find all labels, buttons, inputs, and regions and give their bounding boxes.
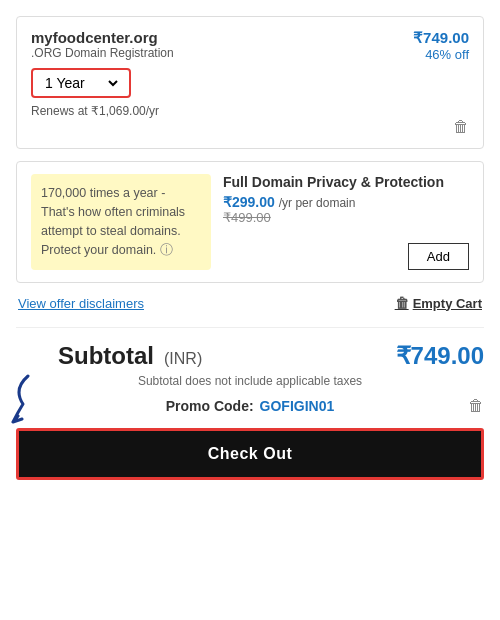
privacy-promo-text: 170,000 times a year - That's how often … bbox=[31, 174, 211, 270]
cart-footer-row: View offer disclaimers 🗑 Empty Cart bbox=[16, 295, 484, 311]
checkout-button[interactable]: Check Out bbox=[16, 428, 484, 480]
year-select-wrapper[interactable]: 1 Year 2 Years 3 Years 5 Years bbox=[31, 68, 131, 98]
domain-price: ₹749.00 bbox=[413, 29, 469, 47]
promo-delete-icon[interactable]: 🗑 bbox=[468, 397, 484, 415]
subtotal-label: Subtotal bbox=[58, 342, 154, 370]
privacy-title: Full Domain Privacy & Protection bbox=[223, 174, 469, 190]
domain-discount: 46% off bbox=[413, 47, 469, 62]
subtotal-currency: (INR) bbox=[164, 350, 202, 368]
add-privacy-button[interactable]: Add bbox=[408, 243, 469, 270]
privacy-info: Full Domain Privacy & Protection ₹299.00… bbox=[223, 174, 469, 270]
domain-delete-icon[interactable]: 🗑 bbox=[453, 118, 469, 136]
subtotal-note: Subtotal does not include applicable tax… bbox=[16, 374, 484, 388]
privacy-price-desc: /yr per domain bbox=[279, 196, 356, 210]
offer-disclaimers-link[interactable]: View offer disclaimers bbox=[18, 296, 144, 311]
domain-card: myfoodcenter.org .ORG Domain Registratio… bbox=[16, 16, 484, 149]
subtotal-row: Subtotal (INR) ₹749.00 bbox=[16, 342, 484, 370]
renews-text: Renews at ₹1,069.00/yr bbox=[31, 104, 469, 118]
empty-cart-icon: 🗑 bbox=[395, 295, 409, 311]
promo-row: Promo Code: GOFIGIN01 🗑 bbox=[16, 398, 484, 414]
privacy-price-old: ₹499.00 bbox=[223, 210, 469, 225]
subtotal-amount: ₹749.00 bbox=[396, 342, 484, 370]
promo-label: Promo Code: bbox=[166, 398, 254, 414]
domain-type: .ORG Domain Registration bbox=[31, 46, 174, 60]
year-select[interactable]: 1 Year 2 Years 3 Years 5 Years bbox=[41, 74, 121, 92]
privacy-card: 170,000 times a year - That's how often … bbox=[16, 161, 484, 283]
privacy-price-new: ₹299.00 bbox=[223, 194, 275, 210]
empty-cart-button[interactable]: 🗑 Empty Cart bbox=[395, 295, 482, 311]
promo-code: GOFIGIN01 bbox=[260, 398, 335, 414]
help-icon[interactable]: ⓘ bbox=[160, 242, 173, 257]
subtotal-section: Subtotal (INR) ₹749.00 Subtotal does not… bbox=[16, 327, 484, 480]
domain-name: myfoodcenter.org bbox=[31, 29, 174, 46]
